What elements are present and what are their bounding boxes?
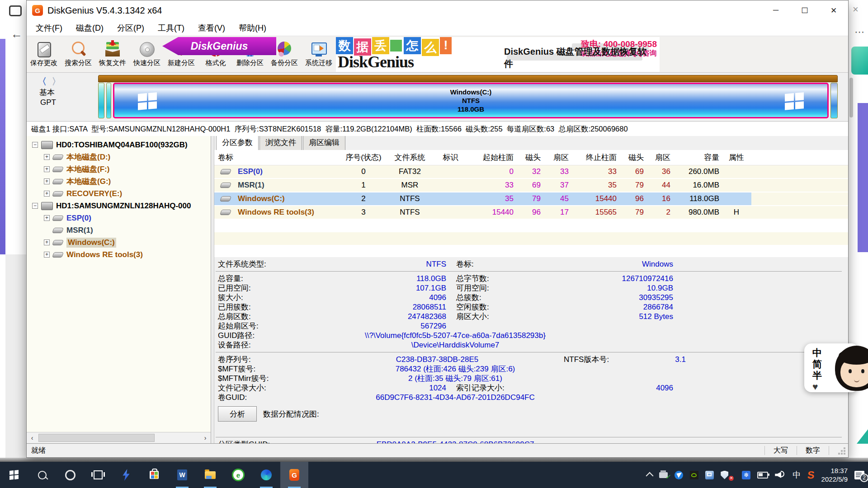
col-capacity[interactable]: 容量 — [674, 152, 723, 163]
background-more-icon[interactable]: ⋯ — [854, 26, 864, 38]
file-explorer-button[interactable] — [196, 462, 224, 488]
menu-partition[interactable]: 分区(P) — [117, 23, 144, 33]
table-row-esp[interactable]: ESP(0) 0 FAT32 0 32 33 33 69 36 260.0MB — [214, 165, 848, 179]
cortana-button[interactable] — [56, 462, 84, 488]
table-row-windows-re[interactable]: Windows RE tools(3) 3 NTFS 15440 96 17 1… — [214, 206, 848, 220]
clock[interactable]: 18:37 2022/5/9 — [821, 466, 848, 483]
nvidia-icon[interactable] — [690, 471, 698, 479]
search-icon — [70, 41, 87, 57]
col-start-cylinder[interactable]: 起始柱面 — [467, 152, 517, 163]
expander-icon[interactable]: − — [32, 203, 38, 209]
expander-icon[interactable]: + — [44, 239, 50, 245]
partition-block-esp[interactable] — [98, 83, 104, 118]
notification-center-icon[interactable]: 2 — [854, 471, 864, 479]
start-button[interactable] — [0, 462, 28, 488]
background-close-icon[interactable]: × — [853, 4, 859, 15]
expander-icon[interactable]: + — [44, 154, 50, 160]
menu-file[interactable]: 文件(F) — [36, 23, 62, 33]
tree-item-local-g[interactable]: + 本地磁盘(G:) — [27, 175, 211, 188]
edge-button[interactable] — [252, 462, 280, 488]
partition-icon — [52, 240, 64, 245]
resize-grip[interactable] — [829, 444, 848, 457]
save-changes-button[interactable]: 保存更改 — [27, 37, 61, 71]
close-button[interactable]: ✕ — [819, 0, 848, 20]
table-row-msr[interactable]: MSR(1) 1 MSR 33 69 37 35 79 44 16.0MB — [214, 179, 848, 192]
system-migration-button[interactable]: 系统迁移 — [302, 37, 336, 71]
volume-icon[interactable] — [775, 471, 786, 479]
pinned-app-button[interactable] — [112, 462, 140, 488]
expander-icon[interactable]: − — [32, 142, 38, 148]
tree-item-local-d[interactable]: + 本地磁盘(D:) — [27, 151, 211, 163]
partition-block-re-tools[interactable] — [830, 83, 838, 118]
back-arrow-icon[interactable]: ← — [11, 27, 23, 41]
scroll-left-icon[interactable]: ‹ — [27, 434, 38, 441]
nav-left-icon[interactable]: 〈 — [38, 76, 47, 86]
analyze-button[interactable]: 分析 — [218, 406, 257, 422]
expander-icon[interactable]: + — [44, 166, 50, 172]
tree-horizontal-scrollbar[interactable]: ‹ › — [27, 432, 211, 443]
word-button[interactable]: W — [168, 462, 196, 488]
partition-block-windows-c[interactable]: Windows(C:) NTFS 118.0GB — [113, 83, 829, 118]
maximize-button[interactable]: ☐ — [790, 0, 819, 20]
printer-icon[interactable]: ✓ — [659, 472, 668, 478]
search-partition-button[interactable]: 搜索分区 — [61, 37, 95, 71]
panel-splitter[interactable] — [211, 136, 214, 443]
recover-files-button[interactable]: 恢复文件 — [95, 37, 130, 71]
tree-item-hd1[interactable]: − HD1:SAMSUNGMZNLN128HAHQ-000 — [27, 200, 211, 212]
col-volume-label[interactable]: 卷标 — [214, 152, 341, 163]
col-start-sector[interactable]: 扇区 — [544, 152, 572, 163]
taskbar-search-button[interactable] — [28, 462, 56, 488]
partition-block-msr[interactable] — [106, 83, 111, 118]
task-view-button[interactable] — [84, 462, 112, 488]
snowflake-app-icon[interactable]: ❄ — [742, 471, 750, 479]
col-end-sector[interactable]: 扇区 — [647, 152, 674, 163]
expander-icon[interactable]: + — [44, 252, 50, 258]
battery-icon[interactable] — [757, 472, 768, 479]
tab-partition-params[interactable]: 分区参数 — [216, 136, 259, 150]
background-scrollbar-thumb[interactable] — [849, 78, 853, 117]
col-attr[interactable]: 属性 — [723, 152, 750, 163]
col-end-cylinder[interactable]: 终止柱面 — [572, 152, 620, 163]
minimize-button[interactable]: ─ — [761, 0, 790, 20]
col-start-head[interactable]: 磁头 — [517, 152, 544, 163]
tray-expand-icon[interactable] — [646, 472, 654, 480]
tree-item-label-selected: Windows(C:) — [66, 238, 116, 248]
browser-360-button[interactable]: e — [224, 462, 252, 488]
col-tag[interactable]: 标识 — [434, 152, 467, 163]
tree-item-esp[interactable]: + ESP(0) — [27, 212, 211, 224]
menu-help[interactable]: 帮助(H) — [239, 23, 266, 33]
tab-sector-edit[interactable]: 扇区编辑 — [303, 136, 345, 150]
menu-view[interactable]: 查看(V) — [198, 23, 225, 33]
tree-item-hd0[interactable]: − HD0:TOSHIBAMQ04ABF100(932GB) — [27, 139, 211, 151]
menu-disk[interactable]: 磁盘(D) — [76, 23, 104, 33]
ad-banner[interactable]: 数 据 丢 怎 么 ! DiskGenius DiskGenius 致电: 40… — [336, 37, 660, 72]
col-index-status[interactable]: 序号(状态) — [341, 152, 386, 163]
scroll-right-icon[interactable]: › — [200, 434, 211, 441]
nav-right-icon[interactable]: 〉 — [52, 76, 61, 86]
diskgenius-taskbar-button[interactable]: G — [280, 462, 308, 488]
tree-item-windows-c[interactable]: + Windows(C:) — [27, 236, 211, 249]
microsoft-store-button[interactable] — [140, 462, 168, 488]
tree-item-msr[interactable]: MSR(1) — [27, 224, 211, 236]
col-end-head[interactable]: 磁头 — [620, 152, 647, 163]
ime-language-indicator[interactable]: 中 — [793, 469, 801, 480]
tree-item-windows-re[interactable]: + Windows RE tools(3) — [27, 249, 211, 261]
expander-icon[interactable]: + — [44, 215, 50, 221]
bird-app-icon[interactable] — [675, 471, 683, 479]
table-row-windows-c-selected[interactable]: Windows(C:) 2 NTFS 35 79 45 15440 96 16 … — [214, 192, 848, 206]
intel-graphics-icon[interactable] — [705, 471, 714, 479]
sogou-icon[interactable]: S — [807, 469, 815, 481]
security-shield-icon[interactable] — [721, 471, 728, 479]
tree-item-local-f[interactable]: + 本地磁盘(F:) — [27, 163, 211, 175]
quick-partition-icon — [138, 41, 156, 57]
tree-item-recovery-e[interactable]: + RECOVERY(E:) — [27, 188, 211, 200]
scrollbar-thumb[interactable] — [38, 434, 155, 442]
menu-tools[interactable]: 工具(T) — [158, 23, 184, 33]
expander-icon[interactable]: + — [44, 191, 50, 197]
col-filesystem[interactable]: 文件系统 — [386, 152, 434, 163]
tab-browse-files[interactable]: 浏览文件 — [259, 136, 302, 150]
quick-partition-button[interactable]: 快速分区 — [130, 37, 164, 71]
edge-icon — [261, 469, 272, 480]
expander-icon[interactable]: + — [44, 178, 50, 184]
empty-row — [214, 220, 848, 232]
